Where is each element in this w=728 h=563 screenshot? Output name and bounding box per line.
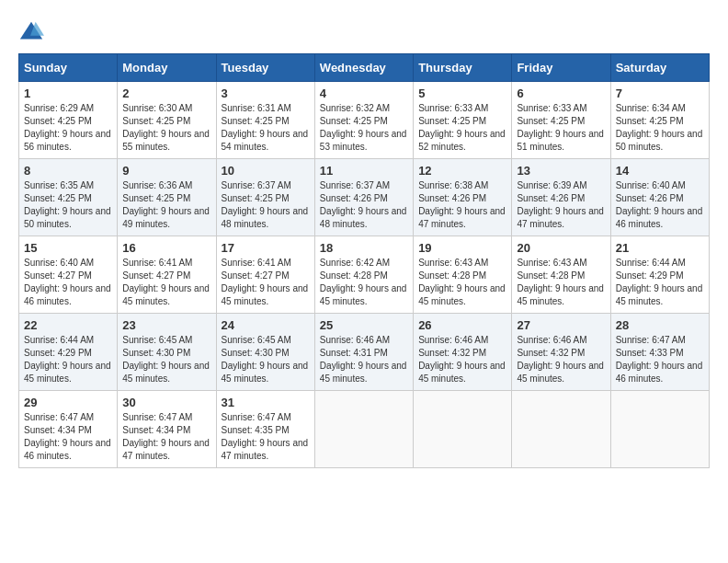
- day-number: 21: [616, 241, 704, 255]
- day-number: 10: [222, 164, 310, 178]
- day-cell: 14 Sunrise: 6:40 AMSunset: 4:26 PMDaylig…: [610, 159, 709, 236]
- day-info: Sunrise: 6:30 AMSunset: 4:25 PMDaylight:…: [122, 103, 210, 152]
- day-number: 14: [616, 164, 704, 178]
- day-info: Sunrise: 6:46 AMSunset: 4:31 PMDaylight:…: [320, 335, 407, 384]
- day-cell: 27 Sunrise: 6:46 AMSunset: 4:32 PMDaylig…: [512, 314, 610, 391]
- header-tuesday: Tuesday: [216, 54, 314, 82]
- day-number: 5: [418, 86, 506, 100]
- day-cell: 22 Sunrise: 6:44 AMSunset: 4:29 PMDaylig…: [19, 314, 118, 391]
- day-info: Sunrise: 6:43 AMSunset: 4:28 PMDaylight:…: [517, 258, 604, 306]
- day-cell: 16 Sunrise: 6:41 AMSunset: 4:27 PMDaylig…: [118, 236, 216, 314]
- day-number: 29: [24, 396, 112, 409]
- day-cell: 11 Sunrise: 6:37 AMSunset: 4:26 PMDaylig…: [314, 159, 413, 236]
- day-info: Sunrise: 6:35 AMSunset: 4:25 PMDaylight:…: [24, 180, 111, 229]
- day-info: Sunrise: 6:42 AMSunset: 4:28 PMDaylight:…: [320, 258, 407, 306]
- day-cell: 6 Sunrise: 6:33 AMSunset: 4:25 PMDayligh…: [512, 82, 610, 159]
- day-info: Sunrise: 6:29 AMSunset: 4:25 PMDaylight:…: [24, 103, 111, 152]
- day-info: Sunrise: 6:37 AMSunset: 4:26 PMDaylight:…: [320, 180, 407, 229]
- day-number: 24: [222, 318, 310, 332]
- day-info: Sunrise: 6:32 AMSunset: 4:25 PMDaylight:…: [320, 103, 407, 152]
- week-row-3: 15 Sunrise: 6:40 AMSunset: 4:27 PMDaylig…: [19, 236, 710, 314]
- day-info: Sunrise: 6:31 AMSunset: 4:25 PMDaylight:…: [222, 103, 309, 152]
- day-number: 20: [517, 241, 605, 255]
- day-number: 31: [222, 396, 310, 409]
- day-cell: 10 Sunrise: 6:37 AMSunset: 4:25 PMDaylig…: [216, 159, 314, 236]
- day-cell: 21 Sunrise: 6:44 AMSunset: 4:29 PMDaylig…: [610, 236, 709, 314]
- day-number: 26: [418, 318, 506, 332]
- day-info: Sunrise: 6:44 AMSunset: 4:29 PMDaylight:…: [24, 335, 111, 384]
- header-friday: Friday: [512, 54, 610, 82]
- day-number: 3: [222, 86, 310, 100]
- day-cell: 3 Sunrise: 6:31 AMSunset: 4:25 PMDayligh…: [216, 82, 314, 159]
- day-number: 4: [320, 86, 408, 100]
- day-number: 17: [222, 241, 310, 255]
- day-info: Sunrise: 6:40 AMSunset: 4:26 PMDaylight:…: [616, 180, 703, 229]
- day-number: 8: [24, 164, 112, 178]
- header-saturday: Saturday: [610, 54, 709, 82]
- day-info: Sunrise: 6:46 AMSunset: 4:32 PMDaylight:…: [418, 335, 506, 384]
- day-number: 9: [122, 164, 210, 178]
- day-cell: 20 Sunrise: 6:43 AMSunset: 4:28 PMDaylig…: [512, 236, 610, 314]
- day-cell: 9 Sunrise: 6:36 AMSunset: 4:25 PMDayligh…: [118, 159, 216, 236]
- day-number: 13: [517, 164, 605, 178]
- day-cell: 15 Sunrise: 6:40 AMSunset: 4:27 PMDaylig…: [19, 236, 118, 314]
- week-row-2: 8 Sunrise: 6:35 AMSunset: 4:25 PMDayligh…: [19, 159, 710, 236]
- logo: [18, 18, 48, 44]
- day-number: 6: [517, 86, 605, 100]
- day-info: Sunrise: 6:43 AMSunset: 4:28 PMDaylight:…: [418, 258, 506, 306]
- day-cell: 29 Sunrise: 6:47 AMSunset: 4:34 PMDaylig…: [19, 391, 118, 468]
- day-number: 28: [616, 318, 704, 332]
- day-info: Sunrise: 6:45 AMSunset: 4:30 PMDaylight:…: [222, 335, 309, 384]
- day-number: 19: [418, 241, 506, 255]
- day-cell: 1 Sunrise: 6:29 AMSunset: 4:25 PMDayligh…: [19, 82, 118, 159]
- day-number: 12: [418, 164, 506, 178]
- day-number: 23: [122, 318, 210, 332]
- day-cell: 12 Sunrise: 6:38 AMSunset: 4:26 PMDaylig…: [414, 159, 512, 236]
- day-number: 2: [122, 86, 210, 100]
- day-info: Sunrise: 6:36 AMSunset: 4:25 PMDaylight:…: [122, 180, 210, 229]
- day-info: Sunrise: 6:47 AMSunset: 4:34 PMDaylight:…: [24, 412, 111, 461]
- day-cell: 24 Sunrise: 6:45 AMSunset: 4:30 PMDaylig…: [216, 314, 314, 391]
- day-cell: 23 Sunrise: 6:45 AMSunset: 4:30 PMDaylig…: [118, 314, 216, 391]
- day-cell: 19 Sunrise: 6:43 AMSunset: 4:28 PMDaylig…: [414, 236, 512, 314]
- day-info: Sunrise: 6:34 AMSunset: 4:25 PMDaylight:…: [616, 103, 703, 152]
- day-number: 18: [320, 241, 408, 255]
- day-number: 15: [24, 241, 112, 255]
- header-row: SundayMondayTuesdayWednesdayThursdayFrid…: [19, 54, 710, 82]
- day-number: 25: [320, 318, 408, 332]
- day-cell: 18 Sunrise: 6:42 AMSunset: 4:28 PMDaylig…: [314, 236, 413, 314]
- day-info: Sunrise: 6:47 AMSunset: 4:33 PMDaylight:…: [616, 335, 703, 384]
- day-number: 30: [122, 396, 210, 409]
- day-cell: 28 Sunrise: 6:47 AMSunset: 4:33 PMDaylig…: [610, 314, 709, 391]
- day-number: 22: [24, 318, 112, 332]
- day-cell: 17 Sunrise: 6:41 AMSunset: 4:27 PMDaylig…: [216, 236, 314, 314]
- day-cell: 30 Sunrise: 6:47 AMSunset: 4:34 PMDaylig…: [118, 391, 216, 468]
- day-cell: 13 Sunrise: 6:39 AMSunset: 4:26 PMDaylig…: [512, 159, 610, 236]
- day-cell: 7 Sunrise: 6:34 AMSunset: 4:25 PMDayligh…: [610, 82, 709, 159]
- day-cell: 26 Sunrise: 6:46 AMSunset: 4:32 PMDaylig…: [414, 314, 512, 391]
- calendar-table: SundayMondayTuesdayWednesdayThursdayFrid…: [18, 53, 710, 468]
- day-cell: [512, 391, 610, 468]
- header-wednesday: Wednesday: [314, 54, 413, 82]
- day-info: Sunrise: 6:44 AMSunset: 4:29 PMDaylight:…: [616, 258, 703, 306]
- day-number: 7: [616, 86, 704, 100]
- day-info: Sunrise: 6:39 AMSunset: 4:26 PMDaylight:…: [517, 180, 604, 229]
- page-header: [18, 18, 710, 44]
- day-cell: [414, 391, 512, 468]
- day-number: 11: [320, 164, 408, 178]
- day-cell: [610, 391, 709, 468]
- day-info: Sunrise: 6:33 AMSunset: 4:25 PMDaylight:…: [418, 103, 506, 152]
- day-number: 27: [517, 318, 605, 332]
- day-info: Sunrise: 6:47 AMSunset: 4:34 PMDaylight:…: [122, 412, 210, 461]
- week-row-1: 1 Sunrise: 6:29 AMSunset: 4:25 PMDayligh…: [19, 82, 710, 159]
- day-cell: 8 Sunrise: 6:35 AMSunset: 4:25 PMDayligh…: [19, 159, 118, 236]
- day-info: Sunrise: 6:41 AMSunset: 4:27 PMDaylight:…: [222, 258, 309, 306]
- day-cell: 5 Sunrise: 6:33 AMSunset: 4:25 PMDayligh…: [414, 82, 512, 159]
- day-number: 16: [122, 241, 210, 255]
- header-sunday: Sunday: [19, 54, 118, 82]
- logo-icon: [18, 18, 44, 44]
- day-number: 1: [24, 86, 112, 100]
- header-thursday: Thursday: [414, 54, 512, 82]
- day-info: Sunrise: 6:40 AMSunset: 4:27 PMDaylight:…: [24, 258, 111, 306]
- day-info: Sunrise: 6:33 AMSunset: 4:25 PMDaylight:…: [517, 103, 604, 152]
